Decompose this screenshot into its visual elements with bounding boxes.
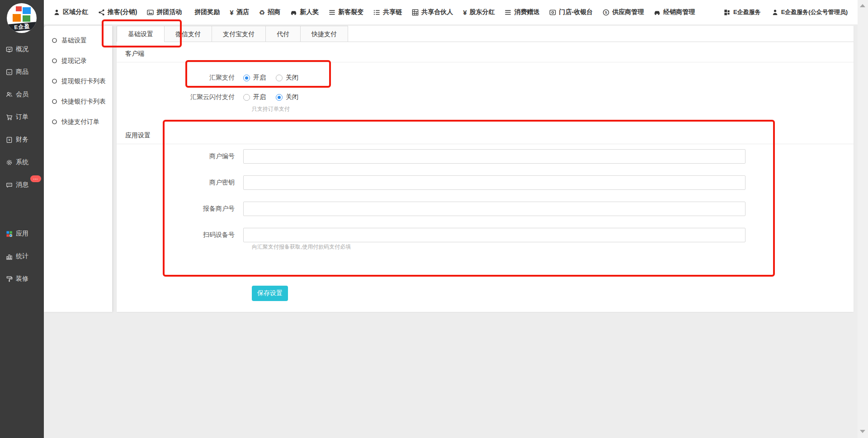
logo-shape-orange	[13, 14, 21, 22]
dashboard-icon	[6, 46, 13, 53]
field-label: 商户密钥	[117, 179, 243, 187]
topnav-item-新人奖[interactable]: 新人奖	[285, 0, 324, 24]
circle-o-icon	[52, 38, 57, 43]
topnav-item-酒店[interactable]: ¥酒店	[225, 0, 254, 24]
sidebar-item-订单[interactable]: 订单	[0, 106, 44, 128]
topnav-account-label: E企盈服务	[733, 8, 761, 16]
tab-基础设置[interactable]: 基础设置	[117, 26, 165, 42]
topnav-item-共享合伙人[interactable]: 共享合伙人	[407, 0, 458, 24]
radio-selected-icon[interactable]	[276, 94, 283, 101]
radio-option-开启[interactable]: 开启	[243, 74, 266, 82]
sidebar-item-统计[interactable]: 统计	[0, 245, 44, 268]
field-label: 汇聚云闪付支付	[117, 93, 243, 101]
tab-微信支付[interactable]: 微信支付	[164, 26, 212, 42]
submenu-item-快捷银行卡列表[interactable]: 快捷银行卡列表	[44, 91, 112, 112]
topnav-item-推客-分销-[interactable]: 推客(分销)	[93, 0, 142, 24]
sidebar-item-消息[interactable]: 消息...	[0, 174, 44, 196]
topnav-item-label: 拼团奖励	[194, 8, 220, 16]
tab-快捷支付[interactable]: 快捷支付	[300, 26, 348, 42]
primary-sidebar: E企盈 概况商品会员订单¥财务系统消息...应用统计装修	[0, 0, 44, 438]
sidebar-item-系统[interactable]: 系统	[0, 151, 44, 174]
input-row-商户编号: 商户编号	[117, 149, 854, 164]
radio-option-label: 开启	[253, 93, 266, 101]
person-icon	[53, 9, 60, 16]
svg-text:S: S	[605, 10, 607, 14]
logo-text: E企盈	[7, 22, 37, 33]
topnav-item-拼团活动[interactable]: 拼团活动	[142, 0, 187, 24]
save-settings-button[interactable]: 保存设置	[252, 286, 288, 301]
scroll-down-arrow-icon[interactable]	[860, 430, 865, 433]
topnav-item-共享链[interactable]: 共享链	[368, 0, 407, 24]
radio-unselected-icon[interactable]	[276, 75, 283, 81]
image-icon	[147, 9, 154, 16]
topnav-item-门店-收银台[interactable]: 门店-收银台	[544, 0, 598, 24]
input-报备商户号[interactable]	[243, 202, 745, 216]
radio-unselected-icon[interactable]	[243, 94, 250, 101]
input-row-扫码设备号: 扫码设备号	[117, 228, 854, 242]
sidebar-item-会员[interactable]: 会员	[0, 83, 44, 106]
recycle-icon: ♻	[259, 9, 265, 16]
topnav-item-label: 新客裂变	[338, 8, 363, 16]
store-icon	[549, 9, 556, 16]
submenu-item-label: 快捷银行卡列表	[61, 98, 106, 106]
submenu-item-基础设置[interactable]: 基础设置	[44, 30, 112, 51]
payment-submenu: 基础设置提现记录提现银行卡列表快捷银行卡列表快捷支付订单	[44, 26, 112, 312]
field-label: 扫码设备号	[117, 231, 243, 239]
radio-option-label: 关闭	[286, 74, 298, 82]
sidebar-item-label: 消息	[16, 181, 28, 189]
apps-icon	[6, 231, 13, 237]
topnav-item-label: 消费赠送	[514, 8, 539, 16]
app-logo: E企盈	[7, 3, 37, 33]
field-label: 汇聚支付	[117, 74, 243, 82]
sidebar-item-label: 商品	[16, 68, 28, 76]
circle-o-icon	[52, 58, 57, 64]
topnav-item-招商[interactable]: ♻招商	[254, 0, 285, 24]
circle-o-icon	[52, 78, 57, 84]
topnav-account-E企盈服务-公众号管理员-[interactable]: E企盈服务(公众号管理员)	[766, 0, 853, 24]
topnav-item-label: 共享链	[383, 8, 402, 16]
settings-tabs: 基础设置微信支付支付宝支付代付快捷支付	[117, 26, 854, 42]
submenu-item-label: 提现记录	[61, 57, 87, 65]
field-label: 商户编号	[117, 152, 243, 160]
topnav-item-经销商管理[interactable]: 经销商管理	[649, 0, 700, 24]
topnav-item-区域分红[interactable]: 区域分红	[48, 0, 93, 24]
sidebar-item-商品[interactable]: 商品	[0, 61, 44, 83]
input-扫码设备号[interactable]	[243, 228, 745, 242]
section-title-app: 应用设置	[117, 124, 854, 144]
gear-icon	[6, 159, 13, 166]
input-商户密钥[interactable]	[243, 175, 745, 190]
radio-option-开启[interactable]: 开启	[243, 93, 266, 101]
radio-group-汇聚支付: 开启关闭	[243, 74, 298, 82]
input-row-报备商户号: 报备商户号	[117, 202, 854, 216]
topnav-item-股东分红[interactable]: ¥股东分红	[458, 0, 500, 24]
submenu-item-快捷支付订单[interactable]: 快捷支付订单	[44, 112, 112, 132]
topnav-item-拼团奖励[interactable]: 拼团奖励	[187, 0, 225, 24]
sidebar-item-财务[interactable]: ¥财务	[0, 128, 44, 151]
topnav-item-label: 区域分红	[63, 8, 88, 16]
radio-option-关闭[interactable]: 关闭	[276, 93, 298, 101]
field-hint: 只支持订单支付	[252, 105, 290, 113]
vertical-scrollbar[interactable]	[858, 0, 868, 438]
submenu-item-提现记录[interactable]: 提现记录	[44, 51, 112, 71]
radio-selected-icon[interactable]	[243, 75, 250, 81]
logo-shape-green	[23, 15, 30, 22]
topnav-item-供应商管理[interactable]: S供应商管理	[598, 0, 649, 24]
tab-支付宝支付[interactable]: 支付宝支付	[212, 26, 266, 42]
sidebar-item-应用[interactable]: 应用	[0, 222, 44, 245]
topnav-item-消费赠送[interactable]: 消费赠送	[500, 0, 544, 24]
sidebar-item-概况[interactable]: 概况	[0, 38, 44, 61]
circle-o-icon	[52, 99, 57, 104]
chat-icon	[6, 182, 13, 188]
car-icon	[654, 9, 660, 16]
scroll-up-arrow-icon[interactable]	[860, 4, 865, 7]
tab-代付[interactable]: 代付	[265, 26, 301, 42]
submenu-item-label: 基础设置	[61, 37, 87, 45]
list-icon	[373, 9, 380, 16]
input-商户编号[interactable]	[243, 149, 745, 164]
radio-option-关闭[interactable]: 关闭	[276, 74, 298, 82]
topnav-account-E企盈服务[interactable]: E企盈服务	[718, 0, 766, 24]
sidebar-item-label: 会员	[16, 90, 28, 99]
topnav-item-新客裂变[interactable]: 新客裂变	[324, 0, 368, 24]
submenu-item-提现银行卡列表[interactable]: 提现银行卡列表	[44, 71, 112, 91]
sidebar-item-装修[interactable]: 装修	[0, 268, 44, 290]
